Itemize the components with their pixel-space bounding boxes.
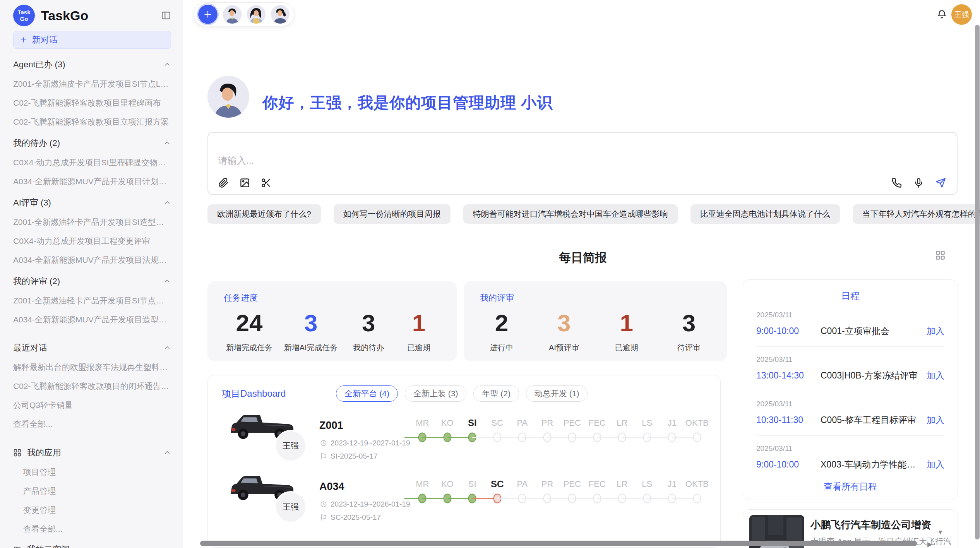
milestone-label: MR — [410, 416, 435, 430]
join-button[interactable]: 加入 — [927, 459, 944, 471]
tab-new-platform[interactable]: 全新平台 (4) — [336, 385, 398, 402]
image-icon[interactable] — [240, 178, 250, 188]
suggestion-chip[interactable]: 当下年轻人对汽车外观有怎样的喜好趋势 — [853, 204, 980, 224]
stat: 3 待评审 — [670, 310, 708, 353]
flag-milestone: SI-2025-05-17 — [331, 452, 377, 461]
list-item[interactable]: C0X4-动力总成开发项目SI里程碑提交物检查 — [13, 157, 171, 168]
suggestion-chip[interactable]: 比亚迪全固态电池计划具体说了什么 — [690, 204, 840, 224]
new-chat-button[interactable]: 新对话 — [13, 31, 171, 49]
avatar[interactable] — [271, 5, 290, 24]
composer-tools-right — [891, 178, 946, 188]
chevron-up-icon[interactable] — [163, 449, 171, 457]
list-item[interactable]: A034-全新新能源MUV产品开发项目计划变更表编写 — [13, 176, 171, 187]
chat-input[interactable]: 请输入... — [207, 132, 958, 195]
section-recent-chats[interactable]: 最近对话 — [13, 342, 171, 354]
milestone-label: OKTB — [685, 478, 710, 491]
view-all-chats[interactable]: 查看全部... — [13, 419, 171, 430]
clock-icon — [320, 501, 327, 508]
list-item[interactable]: C02-飞腾新能源轻客改款项目里程碑画布 — [13, 98, 171, 108]
sidebar-collapse-icon[interactable] — [161, 10, 171, 21]
section-agent-done[interactable]: Agent已办 (3) — [13, 59, 171, 70]
event-title: C005-整车工程目标评审 — [821, 414, 921, 426]
stat-value: 3 — [545, 310, 583, 336]
suggestion-chip[interactable]: 特朗普可能对进口汽车增税会对中国车企造成哪些影响 — [463, 204, 678, 224]
join-button[interactable]: 加入 — [927, 370, 944, 382]
send-icon[interactable] — [935, 178, 946, 188]
view-all-apps[interactable]: 查看全部... — [23, 524, 171, 534]
milestone-label: SI — [460, 416, 485, 430]
assistant-avatar — [207, 76, 249, 118]
app-title: TaskGo — [41, 8, 88, 23]
sidebar-item-project-mgmt[interactable]: 项目管理 — [23, 467, 171, 478]
stat: 1 已逾期 — [399, 310, 438, 353]
milestone-label: J1 — [660, 478, 685, 491]
scissors-icon[interactable] — [261, 178, 271, 188]
sidebar-item-product-mgmt[interactable]: 产品管理 — [23, 486, 171, 497]
suggestion-chip[interactable]: 如何写一份清晰的项目周报 — [334, 204, 451, 224]
section-ai-review[interactable]: AI评审 (3) — [13, 197, 171, 209]
avatar[interactable] — [223, 5, 242, 24]
section-my-apps[interactable]: 我的应用 — [13, 447, 171, 459]
milestone-label: PA — [510, 478, 535, 491]
chevron-up-icon[interactable] — [163, 61, 171, 68]
layout-grid-icon[interactable] — [935, 250, 946, 260]
milestone-label: PR — [535, 416, 560, 430]
list-item[interactable]: Z001-全新燃油皮卡产品开发项目SI节点Lesson Learn报告 — [13, 79, 171, 89]
project-row[interactable]: 王强 A034 2023-12-19~2026-01-19 SC-2025-05… — [208, 464, 720, 529]
tab-new-body[interactable]: 全新上装 (3) — [405, 385, 467, 402]
chevron-up-icon[interactable] — [163, 139, 171, 147]
logo-row: Task Go TaskGo — [13, 5, 171, 26]
sidebar: Task Go TaskGo 新对话 Agent已办 (3) Z001-全新燃油… — [0, 0, 183, 548]
list-item[interactable]: C02-飞腾新能源轻客改款项目的闭环通告反馈情况 — [13, 381, 171, 392]
milestone-label: PEC — [560, 478, 585, 491]
sidebar-item-change-mgmt[interactable]: 变更管理 — [23, 505, 171, 515]
chevron-up-icon[interactable] — [163, 199, 171, 207]
user-name: 王强 — [954, 10, 969, 20]
list-item[interactable]: 公司Q3轻卡销量 — [13, 400, 171, 411]
section-title: 我的评审 (2) — [13, 276, 60, 287]
list-item[interactable]: Z001-全新燃油轻卡产品开发项目SI造型提交物评审 — [13, 217, 171, 228]
milestone-label: MR — [410, 478, 435, 491]
join-button[interactable]: 加入 — [927, 414, 944, 426]
stat-label: 我的待办 — [349, 342, 388, 353]
attach-icon[interactable] — [218, 178, 229, 188]
logo-text-1: Task — [17, 9, 30, 15]
list-item[interactable]: A034-全新新能源MUV产品开发项目法规符合性评审 — [13, 255, 171, 265]
dashboard-tabs: 全新平台 (4) 全新上装 (3) 年型 (2) 动总开发 (1) — [336, 385, 588, 402]
tab-powertrain[interactable]: 动总开发 (1) — [526, 385, 588, 402]
bell-icon[interactable] — [937, 9, 947, 20]
event-title: C003|H0B-方案冻结评审 — [821, 370, 921, 382]
vertical-scrollbar[interactable] — [975, 25, 980, 539]
view-all-schedule-link[interactable]: 查看所有日程 — [743, 481, 958, 493]
list-item[interactable]: A034-全新新能源MUV产品开发项目造型可行性评审 — [13, 314, 171, 325]
mic-icon[interactable] — [913, 178, 924, 188]
user-avatar[interactable]: 王强 — [951, 4, 972, 25]
flag-icon — [320, 514, 327, 521]
section-my-todo[interactable]: 我的待办 (2) — [13, 137, 171, 149]
chevron-up-icon[interactable] — [163, 277, 171, 285]
milestone-label: SC — [485, 478, 510, 491]
list-item[interactable]: 解释最新出台的欧盟报废车法规再生塑料比例被调至15%... — [13, 362, 171, 373]
chevron-up-icon[interactable] — [163, 344, 171, 352]
list-item[interactable]: C02-飞腾新能源轻客改款项目立项汇报方案 — [13, 116, 171, 127]
sidebar-item-cloud-space[interactable]: 我的云空间 — [13, 544, 171, 548]
schedule-title: 日程 — [756, 290, 944, 302]
section-my-review[interactable]: 我的评审 (2) — [13, 276, 171, 287]
milestone-dot — [685, 491, 710, 506]
add-assistant-button[interactable] — [198, 5, 218, 24]
list-item[interactable]: C0X4-动力总成开发项目工程变更评审 — [13, 236, 171, 247]
phone-icon[interactable] — [891, 178, 902, 188]
horizontal-scrollbar[interactable] — [200, 541, 917, 546]
tab-model-year[interactable]: 年型 (2) — [473, 385, 519, 402]
schedule-event: 2025/03/11 13:00-14:30 C003|H0B-方案冻结评审 加… — [756, 347, 944, 391]
scroll-right-icon[interactable]: ▶ — [927, 540, 932, 548]
suggestion-chip[interactable]: 欧洲新规最近颁布了什么? — [207, 204, 321, 224]
milestone-label: PEC — [560, 416, 585, 430]
milestone-label: PR — [535, 478, 560, 491]
avatar[interactable] — [247, 5, 266, 24]
project-row[interactable]: 王强 Z001 2023-12-19~2027-01-19 SI-2025-05… — [208, 402, 720, 468]
join-button[interactable]: 加入 — [927, 325, 944, 337]
new-chat-label: 新对话 — [32, 34, 58, 46]
scroll-down-icon[interactable]: ▼ — [937, 529, 944, 536]
list-item[interactable]: Z001-全新燃油轻卡产品开发项目SI节点属性5D文件评审 — [13, 295, 171, 306]
